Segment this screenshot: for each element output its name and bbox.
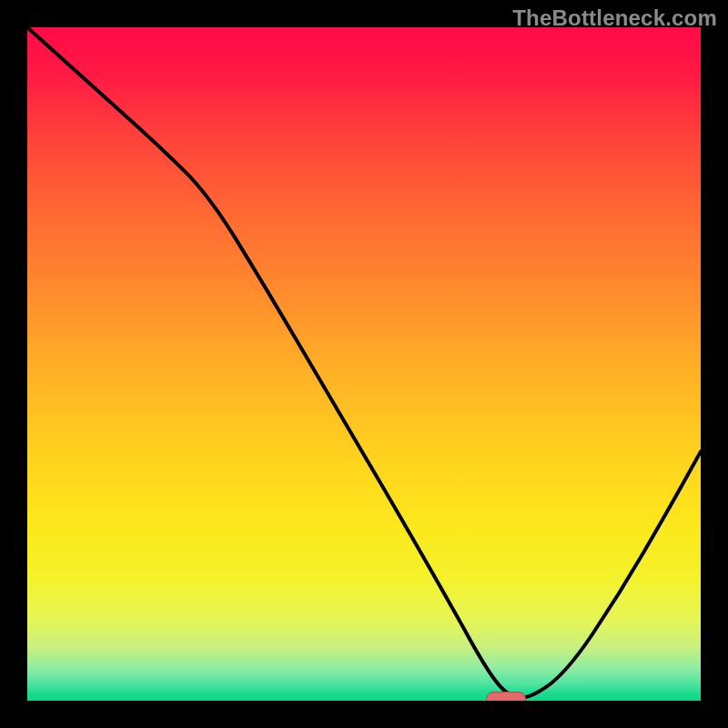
watermark-label: TheBottleneck.com <box>512 5 717 31</box>
chart-frame: TheBottleneck.com <box>0 0 728 728</box>
bottleneck-curve <box>27 27 701 701</box>
plot-area <box>27 27 701 701</box>
optimal-marker <box>486 692 526 701</box>
